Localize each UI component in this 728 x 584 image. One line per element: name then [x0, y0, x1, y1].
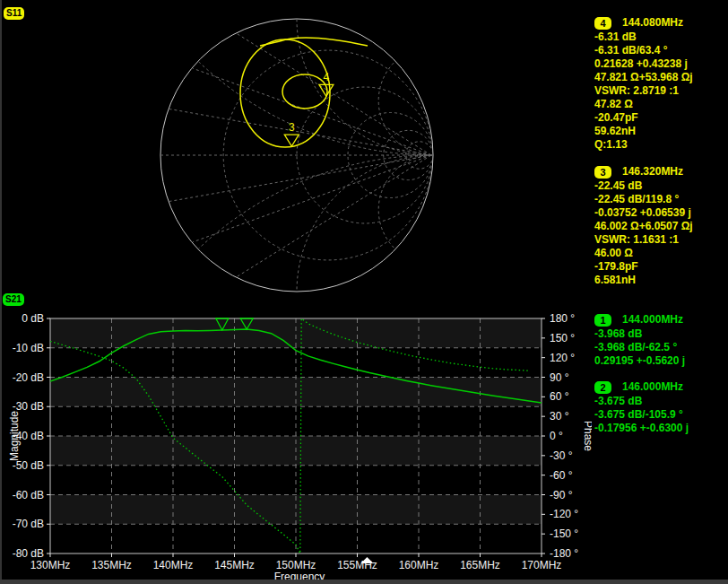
marker-line: 59.62nH [594, 125, 693, 138]
svg-text:4: 4 [324, 71, 330, 83]
marker-line: -22.45 dB [594, 179, 693, 193]
freq-tick-label: 150MHz [276, 559, 316, 571]
freq-tick-label: 155MHz [337, 559, 377, 571]
freq-tick-label: 165MHz [460, 559, 500, 571]
phase-tick-label: 120 ° [550, 352, 575, 364]
window-bottom-edge [0, 580, 728, 584]
marker-line: Q:1.13 [594, 138, 693, 152]
smith-grid [92, 0, 592, 309]
marker-line: -6.31 dB [594, 31, 693, 44]
mag-tick-label: -10 dB [13, 342, 44, 354]
mag-tick-label: -70 dB [13, 518, 44, 530]
phase-tick-label: -180 ° [550, 547, 578, 560]
vna-app-window: S11 34 S21 0 dB-10 dB-20 dB-30 dB-40 dB-… [0, 0, 728, 584]
svg-text:3: 3 [289, 121, 295, 134]
marker-badge-1[interactable]: 1 [594, 314, 611, 327]
marker-frequency: 144.080MHz [622, 16, 683, 30]
marker-info-3: 3146.320MHz-22.45 dB-22.45 dB/119.8 °-0.… [594, 165, 693, 287]
marker-line: -179.8pF [594, 260, 693, 274]
marker-line: 47.821 Ω+53.968 Ωj [594, 71, 693, 84]
freq-tick-label: 145MHz [214, 559, 255, 571]
marker-line: 46.002 Ω+6.0507 Ωj [594, 220, 693, 233]
mag-tick-label: 0 dB [22, 312, 44, 325]
marker-head: 4144.080MHz [594, 16, 693, 30]
s21-chart[interactable]: 0 dB-10 dB-20 dB-30 dB-40 dB-50 dB-60 dB… [0, 309, 592, 584]
phase-tick-label: 30 ° [550, 410, 569, 423]
freq-tick-label: 160MHz [399, 559, 439, 571]
marker-head: 2146.000MHz [594, 380, 689, 394]
phase-tick-label: -120 ° [550, 508, 578, 520]
marker-line: -20.47pF [594, 111, 693, 125]
smith-marker-4[interactable]: 4 [319, 71, 334, 96]
marker-line: VSWR: 2.8719 :1 [594, 84, 693, 98]
marker-line: -3.675 dB/-105.9 ° [594, 408, 689, 422]
phase-tick-label: 60 ° [550, 390, 569, 403]
marker-frequency: 146.000MHz [622, 380, 683, 394]
phase-tick-label: 90 ° [550, 371, 569, 384]
mag-tick-label: -60 dB [13, 489, 44, 501]
freq-tick-label: 170MHz [522, 559, 562, 571]
marker-line: -3.675 dB [594, 395, 689, 408]
smith-marker-3[interactable]: 3 [284, 121, 299, 146]
marker-head: 3146.320MHz [594, 165, 693, 179]
marker-head: 1144.000MHz [594, 313, 685, 327]
marker-info-4: 4144.080MHz-6.31 dB-6.31 dB/63.4 °0.2162… [594, 16, 693, 152]
freq-tick-label: 140MHz [153, 559, 194, 571]
marker-line: -6.31 dB/63.4 ° [594, 44, 693, 57]
phase-tick-label: -90 ° [550, 489, 573, 501]
phase-axis-title: Phase [582, 421, 592, 451]
magnitude-axis-title: Magnitude [8, 411, 21, 461]
marker-line: 0.21628 +0.43238 j [594, 57, 693, 71]
marker-line: -3.968 dB [594, 327, 685, 341]
marker-line: 46.00 Ω [594, 247, 693, 260]
phase-tick-label: -30 ° [550, 449, 573, 462]
marker-info-1: 1144.000MHz-3.968 dB-3.968 dB/-62.5 °0.2… [594, 313, 685, 368]
marker-line: VSWR: 1.1631 :1 [594, 233, 693, 247]
marker-badge-4[interactable]: 4 [594, 17, 611, 30]
mag-tick-label: -20 dB [13, 371, 44, 384]
marker-line: 0.29195 +-0.5620 j [594, 354, 685, 368]
freq-tick-label: 135MHz [91, 559, 132, 571]
s21-trace-badge[interactable]: S21 [3, 293, 24, 306]
marker-frequency: 146.320MHz [622, 165, 683, 179]
marker-frequency: 144.000MHz [622, 313, 683, 327]
freq-tick-label: 130MHz [30, 559, 71, 571]
marker-line: -0.17956 +-0.6300 j [594, 422, 689, 435]
phase-tick-label: 0 ° [550, 430, 563, 442]
marker-line: -22.45 dB/119.8 ° [594, 193, 693, 206]
marker-line: 47.82 Ω [594, 98, 693, 111]
phase-tick-label: -150 ° [550, 527, 578, 540]
marker-badge-2[interactable]: 2 [594, 381, 611, 394]
mag-tick-label: -80 dB [13, 547, 44, 560]
phase-tick-label: -60 ° [550, 469, 573, 482]
phase-tick-label: 150 ° [550, 332, 575, 344]
marker-line: 6.581nH [594, 274, 693, 287]
marker-line: -3.968 dB/-62.5 ° [594, 341, 685, 354]
marker-badge-3[interactable]: 3 [594, 166, 611, 179]
phase-tick-label: 180 ° [550, 312, 575, 325]
smith-chart[interactable]: 34 [0, 0, 592, 309]
marker-line: -0.03752 +0.06539 j [594, 206, 693, 220]
marker-info-2: 2146.000MHz-3.675 dB-3.675 dB/-105.9 °-0… [594, 380, 689, 435]
